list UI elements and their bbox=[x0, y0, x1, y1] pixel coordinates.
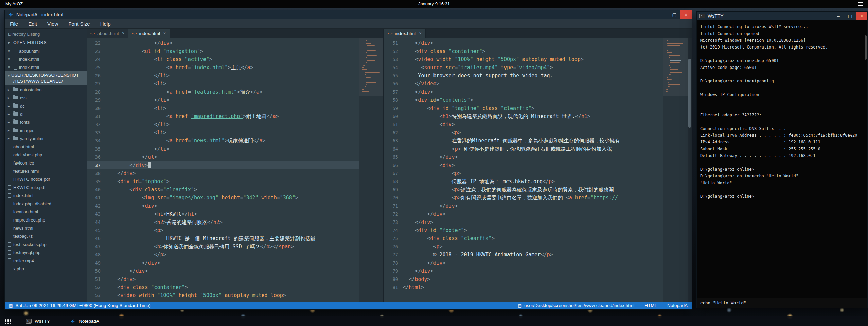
folder-item[interactable]: ▸ dc bbox=[5, 102, 87, 110]
tab-close-icon[interactable]: × bbox=[163, 31, 166, 36]
taskbar-app-notepada[interactable]: NotepadA bbox=[65, 316, 105, 326]
maximize-button[interactable]: ▢ bbox=[669, 10, 680, 19]
file-item[interactable]: location.html bbox=[5, 208, 87, 216]
taskbar-app-wstty[interactable]: >_ WsTTY bbox=[20, 316, 56, 326]
file-item[interactable]: features.html bbox=[5, 167, 87, 175]
menu-item[interactable]: Help bbox=[95, 19, 116, 28]
file-item[interactable]: index.html bbox=[5, 191, 87, 199]
code-text: </div> bbox=[403, 210, 663, 218]
wstty-titlebar[interactable]: >_ WsTTY – ▢ × bbox=[697, 12, 867, 20]
minimap[interactable] bbox=[359, 38, 383, 302]
terminal-line bbox=[700, 105, 864, 112]
open-editor-item[interactable]: × about.html bbox=[5, 47, 87, 55]
terminal-line: Default Gateway . . . . . . . . . : 192.… bbox=[700, 152, 864, 159]
editor-tab[interactable]: <> index.html × bbox=[128, 29, 170, 38]
close-icon[interactable]: × bbox=[8, 49, 12, 53]
maximize-button[interactable]: ▢ bbox=[844, 12, 856, 20]
launcher-button[interactable] bbox=[0, 316, 16, 326]
open-editors-header[interactable]: ▾ OPEN EDITORS bbox=[5, 39, 87, 47]
tab-close-icon[interactable]: × bbox=[122, 31, 124, 36]
line-number: 42 bbox=[87, 202, 105, 210]
code-text: <div class="container"> bbox=[403, 47, 663, 55]
code-area-left[interactable]: 22 </div> 23 <ul id="navigation"> bbox=[87, 38, 359, 302]
line-number: 25 bbox=[87, 63, 105, 72]
code-text: </div> bbox=[403, 88, 663, 96]
code-text: <a href="features.html">簡介</a> bbox=[105, 88, 359, 96]
code-line: 25 <a href="index.html">主頁</a> bbox=[87, 63, 359, 72]
line-number: 53 bbox=[384, 55, 403, 63]
status-language[interactable]: HTML bbox=[644, 303, 657, 308]
editor-tab[interactable]: <> about.html × bbox=[87, 29, 128, 38]
minimap[interactable] bbox=[663, 38, 688, 302]
minimize-button[interactable]: – bbox=[833, 12, 844, 20]
file-label: trailer.mp4 bbox=[13, 258, 34, 263]
folder-item[interactable]: ▸ dl bbox=[5, 110, 87, 118]
file-item[interactable]: trailer.mp4 bbox=[5, 256, 87, 265]
folder-item[interactable]: ▸ css bbox=[5, 94, 87, 102]
close-icon[interactable]: × bbox=[8, 65, 12, 70]
file-item[interactable]: mapredirect.php bbox=[5, 216, 87, 224]
file-item[interactable]: add_vhost.php bbox=[5, 151, 87, 159]
menu-item[interactable]: Font Size bbox=[63, 19, 95, 28]
line-number: 32 bbox=[87, 120, 105, 129]
file-item[interactable]: about.html bbox=[5, 142, 87, 151]
file-item[interactable]: x.php bbox=[5, 265, 87, 273]
code-line: 78 </div> bbox=[384, 259, 663, 267]
file-item[interactable]: news.html bbox=[5, 224, 87, 232]
file-item[interactable]: test_sockets.php bbox=[5, 240, 87, 248]
code-text: <p>如有問題或需要申請白名單，歡迎加入我們的 <a href="https:/… bbox=[403, 194, 663, 202]
terminal-line: IPv4 Address. . . . . . . . . . . : 192.… bbox=[700, 139, 864, 146]
close-button[interactable]: × bbox=[856, 12, 867, 20]
file-item[interactable]: index.php_disabled bbox=[5, 199, 87, 208]
menu-item[interactable]: Edit bbox=[23, 19, 42, 28]
code-text: <h2>香港的建築伺服器</h2> bbox=[105, 218, 359, 226]
minimize-button[interactable]: – bbox=[657, 10, 669, 19]
file-item[interactable]: HKWTC rule.pdf bbox=[5, 183, 87, 191]
file-item[interactable]: testmysql.php bbox=[5, 248, 87, 256]
open-editor-item[interactable]: × index.html bbox=[5, 55, 87, 63]
terminal-input[interactable]: echo "Hello World" bbox=[697, 298, 867, 308]
code-line: 35 </li> bbox=[87, 145, 359, 153]
file-item[interactable]: teabag.7z bbox=[5, 232, 87, 240]
terminal-line: Subnet Mask . . . . . . . . . . . : 255.… bbox=[700, 146, 864, 152]
menu-item[interactable]: File bbox=[5, 19, 23, 28]
tree-root[interactable]: ▾USER:/DESKTOP/SCREENSHOT /TEST/WWW CLEA… bbox=[5, 71, 87, 85]
file-label: testmysql.php bbox=[13, 250, 40, 255]
notepada-logo-icon bbox=[7, 12, 14, 18]
left-tabbar: <> about.html × <> index.html × bbox=[87, 29, 383, 38]
file-item[interactable]: favicon.ico bbox=[5, 159, 87, 167]
folder-item[interactable]: ▸ images bbox=[5, 126, 87, 134]
status-file-path[interactable]: user/Desktop/screenshot/test/www cleaned… bbox=[524, 303, 634, 308]
vertical-scrollbar[interactable] bbox=[688, 38, 692, 302]
code-text: <video width="100%" height="500px" autop… bbox=[105, 291, 359, 300]
terminal-output[interactable]: [info] Connecting to arozos WsTTY servic… bbox=[697, 20, 867, 298]
file-item[interactable]: HKWTC notice.pdf bbox=[5, 175, 87, 183]
code-text: </li> bbox=[105, 96, 359, 104]
folder-item[interactable]: ▸ yamlyamlmi bbox=[5, 134, 87, 142]
close-button[interactable]: × bbox=[680, 10, 692, 19]
code-area-right[interactable]: 51 </div> 52 <div class="container"> 53 bbox=[384, 38, 663, 302]
code-line: 47 <b>你知道我們全線伺服器已轉用 SSD 了嗎？</b></span> bbox=[87, 243, 359, 251]
minimap-viewport[interactable] bbox=[359, 38, 383, 96]
open-editors-list: × about.html × index.html × index.html bbox=[5, 47, 87, 71]
line-number: 53 bbox=[87, 291, 105, 300]
close-icon[interactable]: × bbox=[8, 57, 12, 61]
notepada-titlebar[interactable]: NotepadA - index.html – ▢ × bbox=[5, 10, 692, 19]
open-editor-item[interactable]: × index.html bbox=[5, 63, 87, 71]
aroz-brand-label[interactable]: My ArOZ bbox=[5, 1, 23, 6]
line-number: 68 bbox=[384, 177, 403, 186]
menu-item[interactable]: View bbox=[42, 19, 63, 28]
tab-close-icon[interactable]: × bbox=[419, 31, 422, 36]
chevron-right-icon: ▸ bbox=[8, 136, 11, 141]
code-text: <a href="mapredirect.php">網上地圖</a> bbox=[105, 112, 359, 120]
line-number: 73 bbox=[384, 218, 403, 226]
terminal-scrollbar-thumb[interactable] bbox=[865, 35, 867, 60]
line-number: 49 bbox=[87, 259, 105, 267]
folder-item[interactable]: ▸ fonts bbox=[5, 118, 87, 126]
scrollbar-thumb[interactable] bbox=[688, 59, 691, 127]
folder-item[interactable]: ▸ autostation bbox=[5, 85, 87, 94]
editor-tab[interactable]: <> index.html × bbox=[384, 29, 426, 38]
code-text: </div> bbox=[403, 259, 663, 267]
hamburger-menu-icon[interactable] bbox=[858, 2, 863, 6]
file-icon bbox=[8, 153, 11, 157]
